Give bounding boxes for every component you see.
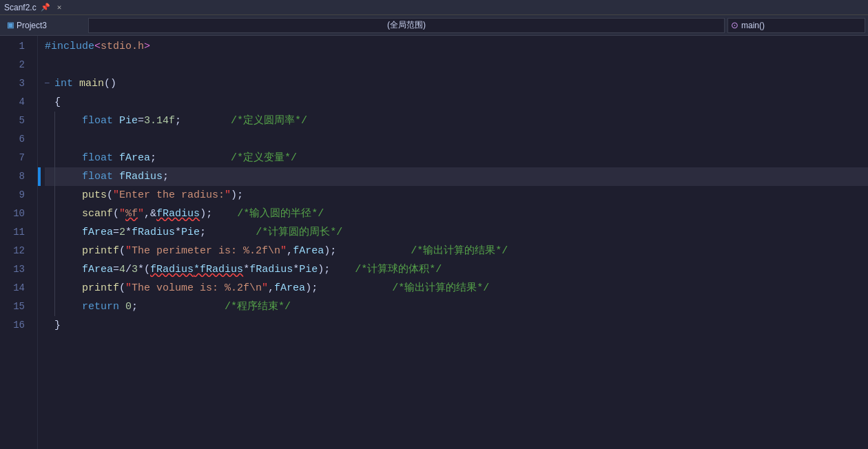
code-line-13: fArea = 4 / 3 *( fRadius *fRadius * fRad… <box>45 260 868 279</box>
function-icon: ⊙ <box>731 20 738 30</box>
code-line-5: float Pie = 3.14f ; /*定义圆周率*/ <box>45 112 868 130</box>
code-line-7: float fArea ; /*定义变量*/ <box>45 149 868 167</box>
code-line-14: printf ( " The volume is: %.2f\n " , fAr… <box>45 279 868 297</box>
code-line-9: puts ( " Enter the radius: " ); <box>45 186 868 205</box>
line-num-1: 1 <box>0 37 32 56</box>
pin-icon[interactable]: 📌 <box>41 3 50 12</box>
line-num-14: 14 <box>0 279 32 297</box>
code-line-10: scanf ( " %f " , & fRadius ); /*输入圆的半径*/ <box>45 205 868 223</box>
function-label: main() <box>741 21 765 30</box>
code-line-16: } <box>45 316 868 335</box>
line-num-4: 4 <box>0 93 32 112</box>
line-num-7: 7 <box>0 149 32 167</box>
close-icon[interactable]: ✕ <box>57 3 62 12</box>
preprocessor-directive: #include <box>45 37 94 56</box>
code-line-12: printf ( " The perimeter is: %.2f\n " , … <box>45 242 868 260</box>
line-num-12: 12 <box>0 242 32 260</box>
scope-label: (全局范围) <box>387 19 426 31</box>
line-num-6: 6 <box>0 130 32 149</box>
code-line-4: { <box>45 93 868 112</box>
line-num-8: 8 <box>0 167 32 186</box>
line-num-13: 13 <box>0 260 32 279</box>
code-line-1: #include<stdio.h> <box>45 37 868 56</box>
toolbar: ▣ Project3 (全局范围) ⊙ main() <box>0 15 868 36</box>
code-line-6 <box>45 130 868 149</box>
line-num-10: 10 <box>0 205 32 223</box>
line-num-2: 2 <box>0 56 32 74</box>
code-line-8: float fRadius ; <box>45 167 868 186</box>
collapse-3[interactable]: ─ <box>45 74 54 93</box>
current-line-indicator <box>38 167 41 186</box>
scope-dropdown[interactable]: (全局范围) <box>88 18 725 33</box>
function-dropdown[interactable]: ⊙ main() <box>727 18 865 33</box>
code-line-11: fArea = 2 * fRadius * Pie ; /*计算圆的周长*/ <box>45 223 868 242</box>
code-content[interactable]: #include<stdio.h> ─ int main () { float … <box>38 36 868 449</box>
line-numbers: 1 2 3 4 5 6 7 8 9 10 11 12 13 14 15 16 <box>0 36 38 449</box>
project-name: Project3 <box>17 21 47 30</box>
line-num-11: 11 <box>0 223 32 242</box>
project-icon: ▣ <box>7 21 14 30</box>
line-num-16: 16 <box>0 316 32 335</box>
code-line-2 <box>45 56 868 74</box>
project-selector[interactable]: ▣ Project3 <box>3 19 85 32</box>
code-line-3: ─ int main () <box>45 74 868 93</box>
code-editor[interactable]: 1 2 3 4 5 6 7 8 9 10 11 12 13 14 15 16 #… <box>0 36 868 449</box>
line-num-15: 15 <box>0 297 32 316</box>
line-num-5: 5 <box>0 112 32 130</box>
line-num-3: 3 <box>0 74 32 93</box>
code-line-15: return 0 ; /*程序结束*/ <box>45 297 868 316</box>
line-num-9: 9 <box>0 186 32 205</box>
filename-label: Scanf2.c <box>4 3 37 12</box>
title-bar: Scanf2.c 📌 ✕ <box>0 0 868 15</box>
